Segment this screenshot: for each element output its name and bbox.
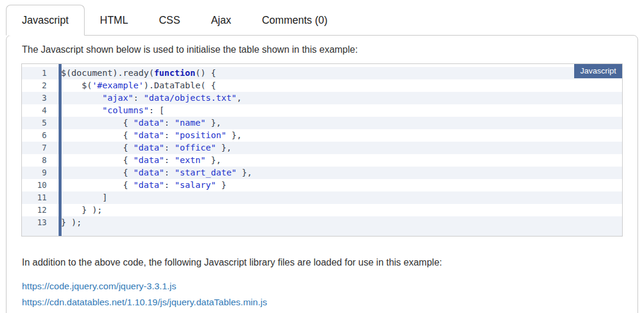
code-text: "columns": [ — [56, 104, 165, 117]
tab-css[interactable]: CSS — [143, 5, 195, 35]
code-line: 1$(document).ready(function() { — [22, 67, 622, 79]
code-language-badge: Javascript — [574, 64, 622, 78]
code-line: 12 } ); — [22, 204, 622, 216]
code-text: { "data": "start_date" }, — [56, 167, 252, 179]
code-text: { "data": "position" }, — [56, 129, 242, 142]
code-line: 4 "columns": [ — [22, 104, 622, 117]
code-line: 8 { "data": "extn" }, — [22, 154, 622, 167]
line-number: 13 — [22, 216, 53, 229]
example-tab-bar: Javascript HTML CSS Ajax Comments (0) — [0, 0, 644, 35]
tab-panel-javascript: The Javascript shown below is used to in… — [6, 35, 638, 313]
line-number: 11 — [22, 191, 53, 204]
code-line: 7 { "data": "office" }, — [22, 142, 622, 154]
line-number: 5 — [22, 117, 53, 129]
line-number: 8 — [22, 154, 53, 167]
code-text: { "data": "name" }, — [56, 117, 221, 129]
intro-text: The Javascript shown below is used to in… — [22, 44, 623, 55]
code-text: { "data": "office" }, — [56, 142, 231, 154]
code-line: 10 { "data": "salary" } — [22, 179, 622, 191]
line-number: 10 — [22, 179, 53, 191]
library-links: https://code.jquery.com/jquery-3.3.1.js … — [22, 279, 623, 310]
line-number: 9 — [22, 167, 53, 179]
code-text: $('#example').DataTable( { — [56, 79, 216, 92]
line-number: 3 — [22, 92, 53, 104]
code-line: 2 $('#example').DataTable( { — [22, 79, 622, 92]
code-text: "ajax": "data/objects.txt", — [56, 92, 242, 104]
line-number: 2 — [22, 79, 53, 92]
code-block: Javascript 1$(document).ready(function()… — [21, 63, 623, 237]
line-number: 12 — [22, 204, 53, 216]
code-text: { "data": "salary" } — [56, 179, 226, 191]
tab-html[interactable]: HTML — [85, 5, 144, 35]
code-text: ] — [56, 191, 108, 204]
tab-javascript[interactable]: Javascript — [6, 5, 85, 36]
line-number: 7 — [22, 142, 53, 154]
code-line: 6 { "data": "position" }, — [22, 129, 622, 142]
gutter-divider-bar — [59, 64, 62, 236]
line-number: 4 — [22, 104, 53, 117]
link-datatables[interactable]: https://cdn.datatables.net/1.10.19/js/jq… — [22, 295, 623, 311]
line-number: 6 — [22, 129, 53, 142]
code-lines: 1$(document).ready(function() {2 $('#exa… — [22, 64, 622, 236]
code-text: { "data": "extn" }, — [56, 154, 221, 167]
code-line: 11 ] — [22, 191, 622, 204]
tab-comments[interactable]: Comments (0) — [246, 5, 343, 35]
code-text: $(document).ready(function() { — [56, 67, 216, 79]
outro-text: In addition to the above code, the follo… — [22, 257, 623, 268]
code-line: 3 "ajax": "data/objects.txt", — [22, 92, 622, 104]
code-line: 13} ); — [22, 216, 622, 229]
code-text: } ); — [56, 204, 102, 216]
code-line: 5 { "data": "name" }, — [22, 117, 622, 129]
line-number: 1 — [22, 67, 53, 79]
link-jquery[interactable]: https://code.jquery.com/jquery-3.3.1.js — [22, 279, 623, 295]
tab-ajax[interactable]: Ajax — [195, 5, 246, 35]
code-bottom-padding — [22, 229, 622, 236]
code-line: 9 { "data": "start_date" }, — [22, 167, 622, 179]
